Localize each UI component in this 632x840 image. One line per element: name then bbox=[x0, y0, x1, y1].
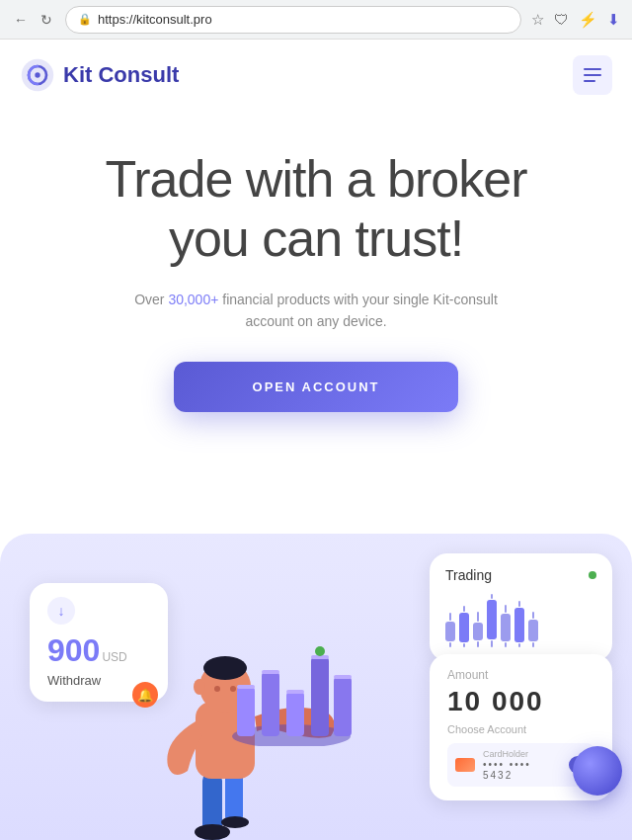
url-text: https://kitconsult.pro bbox=[98, 12, 212, 27]
back-button[interactable]: ← bbox=[12, 11, 30, 29]
candle-2 bbox=[459, 606, 469, 647]
svg-point-7 bbox=[221, 816, 249, 828]
svg-rect-15 bbox=[237, 687, 255, 736]
svg-rect-24 bbox=[334, 675, 352, 679]
svg-rect-23 bbox=[334, 677, 352, 736]
trading-title: Trading bbox=[445, 567, 492, 583]
card-brand-icon bbox=[455, 758, 475, 772]
candle-3 bbox=[473, 612, 483, 647]
svg-rect-19 bbox=[286, 692, 304, 736]
candle-1 bbox=[445, 613, 455, 647]
svg-point-6 bbox=[195, 824, 230, 840]
open-account-button[interactable]: OPEN ACCOUNT bbox=[174, 362, 459, 412]
choose-account-label: Choose Account bbox=[447, 723, 594, 735]
svg-rect-21 bbox=[311, 657, 329, 736]
svg-point-25 bbox=[315, 646, 325, 656]
3d-bar-chart bbox=[227, 637, 356, 746]
illustration-area: ↓ 900USD Withdraw 🔔 Trading bbox=[0, 534, 632, 840]
nav-buttons: ← ↻ bbox=[12, 11, 55, 29]
lock-icon: 🔒 bbox=[78, 13, 92, 26]
candlestick-chart bbox=[445, 593, 596, 647]
shield-icon[interactable]: 🛡 bbox=[554, 11, 569, 28]
star-icon[interactable]: ☆ bbox=[531, 11, 544, 29]
amount-value: 10 000 bbox=[447, 686, 594, 717]
candle-6 bbox=[514, 601, 524, 647]
browser-actions: ☆ 🛡 ⚡ ⬇ bbox=[531, 11, 620, 29]
trading-card: Trading bbox=[430, 553, 612, 661]
svg-rect-18 bbox=[262, 670, 279, 674]
logo[interactable]: Kit Consult bbox=[20, 57, 179, 93]
trading-card-header: Trading bbox=[445, 567, 596, 583]
card-number: •••• •••• 5432 bbox=[483, 759, 561, 781]
status-dot bbox=[589, 571, 596, 579]
hero-section: Trade with a broker you can trust! Over … bbox=[0, 111, 632, 442]
menu-button[interactable] bbox=[573, 55, 612, 95]
logo-text: Kit Consult bbox=[63, 62, 179, 88]
logo-icon bbox=[20, 57, 55, 93]
download-icon[interactable]: ⬇ bbox=[607, 11, 620, 29]
candle-4 bbox=[487, 594, 497, 647]
candle-7 bbox=[528, 612, 538, 647]
svg-point-2 bbox=[35, 72, 40, 77]
navbar: Kit Consult bbox=[0, 40, 632, 111]
svg-rect-16 bbox=[237, 685, 255, 689]
candle-5 bbox=[501, 605, 511, 647]
svg-point-11 bbox=[214, 686, 220, 692]
amount-label: Amount bbox=[447, 668, 594, 682]
browser-chrome: ← ↻ 🔒 https://kitconsult.pro ☆ 🛡 ⚡ ⬇ bbox=[0, 0, 632, 40]
site-content: Kit Consult Trade with a broker you can … bbox=[0, 40, 632, 840]
svg-rect-20 bbox=[286, 690, 304, 694]
hero-title: Trade with a broker you can trust! bbox=[40, 150, 592, 269]
sphere-decoration bbox=[573, 746, 622, 796]
address-bar[interactable]: 🔒 https://kitconsult.pro bbox=[65, 6, 521, 34]
svg-rect-17 bbox=[262, 672, 279, 736]
card-holder-text: CardHolder bbox=[483, 749, 561, 759]
hamburger-icon bbox=[584, 68, 601, 82]
card-info: CardHolder •••• •••• 5432 bbox=[483, 749, 561, 781]
extension-icon[interactable]: ⚡ bbox=[579, 11, 597, 29]
svg-point-13 bbox=[194, 679, 205, 695]
forward-button[interactable]: ↻ bbox=[38, 11, 55, 29]
hero-subtitle: Over 30,000+ financial products with you… bbox=[118, 289, 514, 333]
down-arrow-icon: ↓ bbox=[47, 597, 75, 625]
